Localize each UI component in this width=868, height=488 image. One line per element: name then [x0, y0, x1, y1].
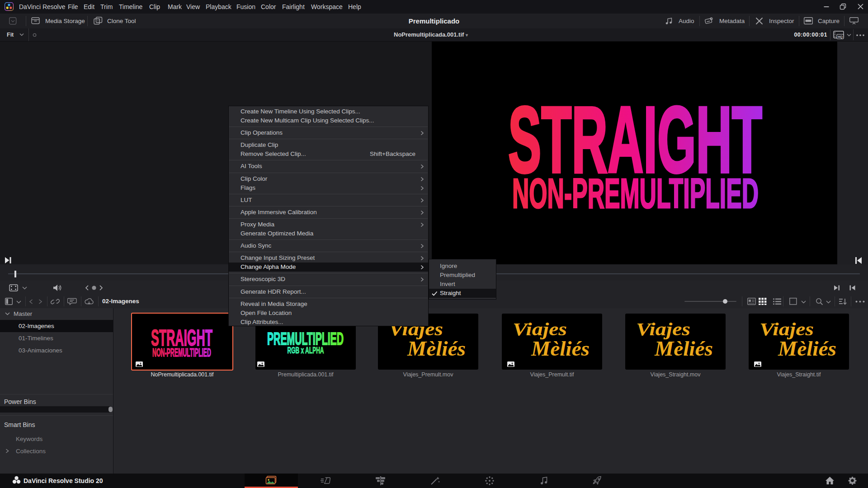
svg-text:HQ: HQ	[838, 35, 843, 39]
svg-text:RGB x ALPHA: RGB x ALPHA	[288, 345, 324, 355]
svg-text:Mèliés: Mèliés	[407, 337, 466, 360]
svg-text:Mèliés: Mèliés	[778, 337, 836, 360]
svg-text:NON-PREMULTIPLIED: NON-PREMULTIPLIED	[512, 170, 759, 217]
svg-text:Mèliés: Mèliés	[654, 337, 713, 360]
svg-text:NON-PREMULTIPLIED: NON-PREMULTIPLIED	[152, 346, 211, 359]
svg-text:Mèliés: Mèliés	[531, 337, 590, 360]
